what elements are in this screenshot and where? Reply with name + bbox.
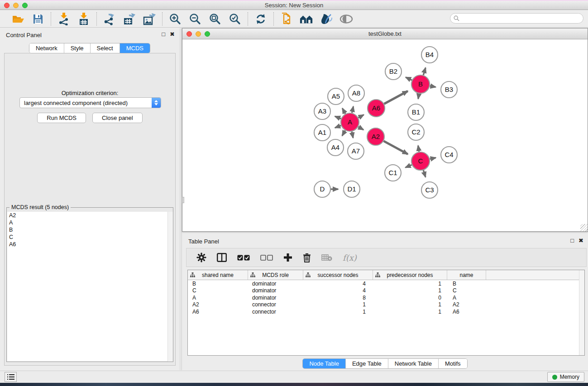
function-builder-button[interactable]: f(x) <box>343 253 357 262</box>
close-panel-button[interactable]: Close panel <box>92 113 143 123</box>
tab-network-table[interactable]: Network Table <box>388 359 439 368</box>
add-column-button[interactable] <box>283 253 292 262</box>
graph-edge-B-B2[interactable] <box>406 77 412 80</box>
tab-mcds[interactable]: MCDS <box>120 43 150 53</box>
tab-motifs[interactable]: Motifs <box>439 359 467 368</box>
graph-node-C4[interactable]: C4 <box>441 147 457 163</box>
column-header-name[interactable]: name <box>447 270 486 280</box>
network-window-titlebar[interactable]: testGlobe.txt <box>182 29 588 39</box>
graph-node-A5[interactable]: A5 <box>328 88 344 105</box>
run-mcds-button[interactable]: Run MCDS <box>37 113 86 123</box>
column-header-mcds-role[interactable]: MCDS role <box>248 270 303 280</box>
tab-node-table[interactable]: Node Table <box>303 359 346 368</box>
graph-edge-A-A6[interactable] <box>359 115 364 118</box>
graph-node-B3[interactable]: B3 <box>441 81 457 98</box>
optimization-criterion-select[interactable]: largest connected component (directed) <box>19 97 161 108</box>
memory-button[interactable]: Memory <box>547 372 584 382</box>
float-table-panel-icon[interactable]: □ <box>570 237 574 244</box>
graph-node-B[interactable]: B <box>411 75 430 93</box>
select-all-button[interactable] <box>237 255 250 261</box>
graph-node-A2[interactable]: A2 <box>367 128 384 145</box>
graph-node-C1[interactable]: C1 <box>385 165 401 181</box>
column-header-shared-name[interactable]: shared name <box>188 270 248 280</box>
window-resize-grip[interactable] <box>580 224 588 231</box>
export-network-button[interactable] <box>103 12 116 26</box>
table-row[interactable]: A6connector11A6 <box>188 308 584 315</box>
graph-edge-A-A7[interactable] <box>352 132 353 138</box>
new-network-from-selection-button[interactable] <box>280 12 293 26</box>
result-scrollbar[interactable] <box>167 212 173 362</box>
search-input[interactable] <box>461 15 583 22</box>
refresh-layout-button[interactable] <box>254 12 268 26</box>
hide-selected-button[interactable] <box>339 12 353 26</box>
network-graph[interactable]: B4B2BB3A8A5A6B1A3AA1C2A2A4A7C4CC1C3DD1 <box>183 40 588 232</box>
delete-table-button[interactable] <box>321 254 332 261</box>
save-session-button[interactable] <box>31 12 45 26</box>
table-row[interactable]: Cdominator41C <box>188 287 584 295</box>
graph-edge-A-A1[interactable] <box>335 125 341 128</box>
graph-node-A1[interactable]: A1 <box>314 124 330 141</box>
graph-node-B4[interactable]: B4 <box>421 47 438 63</box>
graph-node-A7[interactable]: A7 <box>348 143 364 159</box>
deselect-all-button[interactable] <box>260 255 273 261</box>
import-table-button[interactable] <box>77 12 91 26</box>
zoom-in-button[interactable] <box>168 12 182 26</box>
show-hide-graphics-details-button[interactable] <box>320 12 333 26</box>
window-resize-handle[interactable] <box>182 197 184 203</box>
open-session-button[interactable] <box>11 12 25 26</box>
zoom-selected-button[interactable] <box>228 12 242 26</box>
table-options-button[interactable] <box>196 253 206 262</box>
zoom-out-button[interactable] <box>188 12 202 26</box>
column-header-successor-nodes[interactable]: successor nodes <box>303 270 373 280</box>
mcds-result-item[interactable]: A <box>7 219 172 226</box>
graph-edge-A2-C[interactable] <box>384 141 408 154</box>
first-neighbors-button[interactable] <box>300 12 313 26</box>
graph-node-D1[interactable]: D1 <box>344 181 360 197</box>
graph-edge-B-B1[interactable] <box>418 94 419 99</box>
graph-node-B2[interactable]: B2 <box>385 63 402 80</box>
tab-style[interactable]: Style <box>64 43 91 53</box>
column-header-predecessor-nodes[interactable]: predecessor nodes <box>373 270 447 280</box>
tab-select[interactable]: Select <box>91 43 120 53</box>
graph-edge-A-A3[interactable] <box>335 116 341 119</box>
graph-edge-B-B4[interactable] <box>423 68 425 75</box>
import-network-button[interactable] <box>57 12 71 26</box>
graph-edge-C-C4[interactable] <box>430 158 435 159</box>
graph-node-A4[interactable]: A4 <box>327 139 344 156</box>
mcds-result-item[interactable]: A6 <box>7 241 172 248</box>
show-column-button[interactable] <box>217 253 227 262</box>
graph-node-C[interactable]: C <box>411 152 430 170</box>
delete-column-button[interactable] <box>303 253 311 262</box>
graph-edge-A6-B[interactable] <box>384 91 408 104</box>
graph-edge-C-C1[interactable] <box>406 165 412 167</box>
table-scrollbar[interactable] <box>579 270 584 355</box>
search-box[interactable] <box>450 13 583 24</box>
zoom-fit-button[interactable] <box>208 12 222 26</box>
graph-edge-A-A5[interactable] <box>342 108 345 114</box>
float-panel-icon[interactable]: □ <box>162 31 165 38</box>
table-row[interactable]: A2connector11A2 <box>188 301 584 309</box>
graph-edge-C-C2[interactable] <box>418 146 419 152</box>
graph-node-C2[interactable]: C2 <box>408 124 424 140</box>
graph-node-A8[interactable]: A8 <box>348 85 364 101</box>
mcds-result-item[interactable]: B <box>7 226 172 234</box>
graph-edge-A-A8[interactable] <box>352 106 353 113</box>
graph-node-A3[interactable]: A3 <box>314 103 330 119</box>
mcds-result-item[interactable]: C <box>7 234 172 241</box>
task-history-button[interactable] <box>5 372 17 382</box>
graph-node-D[interactable]: D <box>314 181 330 197</box>
table-row[interactable]: Adominator80A <box>188 294 584 301</box>
export-image-button[interactable] <box>143 12 156 26</box>
graph-edge-C-C3[interactable] <box>423 170 425 177</box>
table-row[interactable]: Bdominator41B <box>188 280 584 287</box>
export-table-button[interactable] <box>123 12 136 26</box>
graph-edge-A-A4[interactable] <box>342 130 345 136</box>
tab-network[interactable]: Network <box>29 43 64 53</box>
graph-node-A6[interactable]: A6 <box>368 100 385 117</box>
close-table-panel-icon[interactable]: ✖ <box>578 237 583 244</box>
graph-edge-A-A2[interactable] <box>358 127 363 130</box>
graph-node-B1[interactable]: B1 <box>408 104 424 120</box>
close-panel-icon[interactable]: ✖ <box>170 31 175 38</box>
mcds-result-item[interactable]: A2 <box>7 212 172 219</box>
graph-node-A[interactable]: A <box>341 113 359 131</box>
